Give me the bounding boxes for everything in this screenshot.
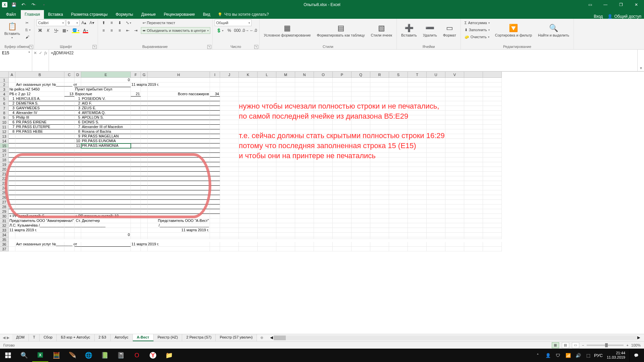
cell[interactable]	[220, 172, 239, 176]
sort-filter-button[interactable]: 🔽Сортировка и фильтр	[493, 19, 534, 42]
cell[interactable]: 8	[74, 129, 81, 134]
tab-view[interactable]: Вид	[199, 10, 214, 19]
cell[interactable]	[408, 242, 427, 247]
cell[interactable]	[131, 209, 141, 214]
cell[interactable]	[74, 172, 81, 176]
cell[interactable]: Пункт прибытия Сеул	[74, 87, 81, 92]
cell[interactable]	[210, 78, 220, 82]
cell[interactable]	[389, 214, 408, 219]
cell[interactable]	[464, 247, 483, 251]
cell[interactable]	[333, 167, 352, 172]
cell[interactable]	[295, 97, 314, 101]
cell[interactable]	[427, 181, 445, 186]
cell[interactable]	[141, 97, 148, 101]
cell[interactable]: 10	[74, 139, 81, 143]
cell[interactable]	[295, 162, 314, 167]
cell[interactable]	[445, 228, 464, 233]
tab-page-layout[interactable]: Разметка страницы	[67, 10, 112, 19]
cell[interactable]	[258, 247, 276, 251]
cell[interactable]	[239, 78, 258, 82]
cell[interactable]	[483, 209, 502, 214]
cell[interactable]	[239, 186, 258, 190]
cell[interactable]	[464, 233, 483, 237]
cell[interactable]	[131, 228, 141, 233]
cell[interactable]	[276, 78, 295, 82]
tray-network-icon[interactable]: 📶	[564, 349, 573, 362]
cell[interactable]	[141, 181, 148, 186]
cell[interactable]	[210, 186, 220, 190]
clear-button[interactable]: 🧽Очистить▾	[463, 34, 491, 40]
cell[interactable]	[352, 228, 370, 233]
orientation-button[interactable]: ⤡▾	[124, 19, 133, 26]
cell[interactable]	[314, 181, 333, 186]
cell[interactable]	[427, 162, 445, 167]
cell[interactable]	[445, 134, 464, 139]
cell[interactable]: Акт оказанных услуг №________ от	[15, 82, 64, 87]
cell[interactable]	[389, 162, 408, 167]
cell[interactable]	[258, 195, 276, 200]
cell[interactable]	[74, 237, 81, 239]
cell[interactable]	[276, 233, 295, 237]
cell[interactable]	[81, 247, 131, 251]
cell[interactable]	[352, 233, 370, 237]
cell[interactable]	[370, 186, 389, 190]
formula-bar-expand[interactable]: ▾	[637, 50, 644, 71]
cell[interactable]: 0	[81, 78, 131, 82]
cell[interactable]	[370, 209, 389, 214]
cell[interactable]	[148, 148, 210, 153]
cell[interactable]: ARTEMIDA Q.	[81, 111, 131, 115]
cell[interactable]	[131, 148, 141, 153]
cell[interactable]	[239, 167, 258, 172]
cell[interactable]	[370, 247, 389, 251]
cell[interactable]	[220, 223, 239, 228]
view-page-layout-button[interactable]: ▤	[562, 342, 569, 348]
action-center-icon[interactable]: 💬	[629, 349, 643, 362]
cell[interactable]	[148, 200, 210, 204]
cell[interactable]	[314, 87, 333, 92]
cell[interactable]	[276, 97, 295, 101]
cell[interactable]	[210, 106, 220, 111]
cell[interactable]	[15, 247, 64, 251]
cell[interactable]: 2	[9, 101, 15, 106]
cell[interactable]	[258, 181, 276, 186]
cell[interactable]	[333, 237, 352, 239]
cancel-formula-icon[interactable]: ✕	[34, 51, 37, 55]
cell[interactable]	[389, 228, 408, 233]
cell[interactable]	[352, 78, 370, 82]
cell[interactable]	[445, 223, 464, 228]
cell[interactable]	[64, 233, 74, 237]
cell[interactable]	[370, 190, 389, 195]
cell[interactable]	[239, 228, 258, 233]
cell[interactable]	[64, 186, 74, 190]
cell[interactable]	[427, 247, 445, 251]
cell[interactable]	[295, 78, 314, 82]
cell[interactable]	[64, 125, 74, 129]
cell[interactable]	[276, 82, 295, 87]
cell[interactable]	[483, 219, 502, 223]
cell[interactable]	[408, 167, 427, 172]
cell[interactable]	[148, 209, 210, 214]
cell[interactable]: Представитель ООО "А-Вест"	[148, 219, 210, 223]
cell[interactable]	[131, 125, 141, 129]
cell[interactable]	[464, 162, 483, 167]
cell[interactable]	[295, 242, 314, 247]
cell[interactable]	[220, 233, 239, 237]
cell[interactable]	[389, 209, 408, 214]
cell[interactable]	[141, 148, 148, 153]
cell[interactable]	[81, 242, 131, 247]
cell[interactable]: Всего пассажиров	[148, 92, 210, 97]
tab-formulas[interactable]: Формулы	[112, 10, 137, 19]
taskbar-app1-icon[interactable]: 🪶	[64, 349, 80, 362]
cell[interactable]	[9, 237, 15, 239]
cell[interactable]	[427, 209, 445, 214]
cell[interactable]	[370, 223, 389, 228]
italic-button[interactable]: К	[45, 27, 52, 34]
cell[interactable]	[389, 97, 408, 101]
cell[interactable]: PR.PASS EIRENE	[15, 120, 64, 125]
cell[interactable]	[333, 176, 352, 181]
cell[interactable]	[483, 139, 502, 143]
cell[interactable]	[74, 82, 81, 87]
cell[interactable]	[445, 172, 464, 176]
cell[interactable]	[370, 167, 389, 172]
cell[interactable]	[445, 97, 464, 101]
